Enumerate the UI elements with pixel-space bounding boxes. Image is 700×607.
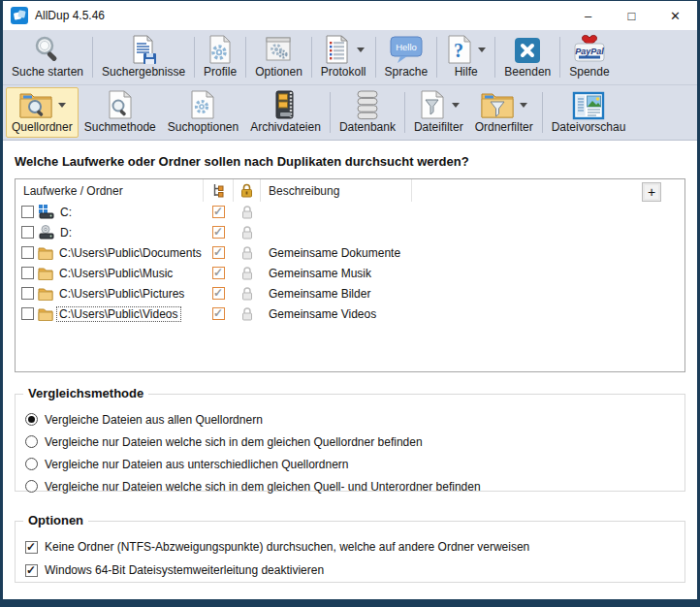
recurse-checkbox[interactable] (212, 267, 225, 279)
nav-toolbar: Quellordner Suchmethode (3, 85, 697, 141)
search-options-icon (188, 89, 217, 120)
folder-description: Gemeinsame Dokumente (261, 246, 552, 260)
source-folder-table: Laufwerke / Ordner (15, 178, 685, 372)
search-results-button[interactable]: Suchergebnisse (96, 32, 191, 82)
window-title: AllDup 4.5.46 (35, 9, 566, 22)
protocol-button[interactable]: Protokoll (315, 32, 372, 82)
exit-button[interactable]: Beenden (498, 32, 557, 82)
donate-button[interactable]: PayPal Spende (563, 32, 615, 82)
folder-icon (38, 287, 53, 301)
folder-path[interactable]: C:\Users\Public\Videos (57, 307, 180, 321)
lock-icon-gray[interactable] (241, 267, 253, 280)
column-header-recurse[interactable] (204, 179, 234, 202)
profiles-button[interactable]: Profile (198, 32, 242, 82)
radio-button[interactable] (25, 435, 38, 448)
alldup-app-icon (11, 7, 28, 24)
recurse-checkbox[interactable] (212, 246, 225, 259)
row-select-checkbox[interactable] (21, 307, 34, 320)
column-header-laufwerke-ordner[interactable]: Laufwerke / Ordner (16, 179, 204, 202)
lock-icon-gray[interactable] (241, 246, 253, 260)
add-column-button[interactable]: + (642, 182, 661, 202)
archive-zip-icon (272, 89, 300, 120)
tab-datenbank[interactable]: Datenbank (334, 87, 401, 138)
table-row[interactable]: C:\Users\Public\Music Gemeinsame Musik (16, 263, 684, 283)
tab-suchoptionen[interactable]: Suchoptionen (162, 87, 244, 138)
lock-icon-gold (240, 183, 253, 198)
tab-ordnerfilter[interactable]: Ordnerfilter (469, 87, 539, 138)
row-select-checkbox[interactable] (21, 226, 34, 239)
folder-path[interactable]: C:\Users\Public\Pictures (57, 287, 186, 301)
recurse-checkbox[interactable] (212, 307, 225, 320)
table-row[interactable]: C:\Users\Public\Videos Gemeinsame Videos (16, 304, 684, 324)
help-question-icon: ? (446, 34, 473, 65)
lock-icon-gray[interactable] (241, 226, 253, 240)
lock-icon-gray[interactable] (241, 307, 253, 321)
table-row[interactable]: D: (16, 222, 684, 242)
table-row[interactable]: C: (16, 202, 684, 222)
option-checkbox[interactable] (25, 541, 38, 554)
lock-icon-gray[interactable] (241, 206, 253, 219)
recurse-checkbox[interactable] (212, 226, 225, 239)
recurse-checkbox[interactable] (212, 206, 225, 218)
maximize-button[interactable]: □ (610, 1, 653, 30)
row-select-checkbox[interactable] (21, 287, 34, 300)
radio-button[interactable] (25, 413, 38, 426)
folder-path[interactable]: C: (58, 206, 74, 219)
speech-bubble-icon: Hello (389, 34, 424, 65)
folder-path[interactable]: C:\Users\Public\Documents (57, 246, 204, 260)
start-search-button[interactable]: Suche starten (6, 32, 89, 82)
folder-description: Gemeinsame Videos (261, 307, 552, 321)
radio-option[interactable]: Vergleiche nur Dateien welche sich in de… (25, 431, 675, 453)
table-row[interactable]: C:\Users\Public\Pictures Gemeinsame Bild… (16, 283, 684, 304)
radio-label: Vergleiche Dateien aus allen Quellordner… (45, 413, 263, 427)
folder-path[interactable]: C:\Users\Public\Music (57, 267, 175, 280)
row-select-checkbox[interactable] (21, 206, 34, 218)
radio-option[interactable]: Vergleiche Dateien aus allen Quellordner… (25, 408, 675, 431)
radio-button[interactable] (25, 458, 38, 470)
folder-filter-icon (480, 89, 515, 120)
radio-option[interactable]: Vergleiche nur Dateien welche sich in de… (25, 475, 675, 497)
column-header-lock[interactable] (234, 179, 261, 202)
tab-dateivorschau[interactable]: Dateivorschau (546, 87, 632, 138)
toolbar-separator (330, 92, 331, 133)
content-area: Welche Laufwerke oder Ordner sollen nach… (3, 141, 697, 599)
toolbar-separator (494, 37, 495, 78)
folder-description: Gemeinsame Bilder (261, 287, 552, 301)
row-select-checkbox[interactable] (21, 267, 34, 279)
minimize-button[interactable]: – (566, 1, 610, 30)
search-method-icon (106, 89, 135, 120)
folder-path[interactable]: D: (58, 226, 74, 240)
table-row[interactable]: C:\Users\Public\Documents Gemeinsame Dok… (16, 242, 684, 263)
radio-button[interactable] (25, 480, 38, 493)
folder-description: Gemeinsame Musik (261, 267, 552, 280)
paypal-heart-icon: PayPal (571, 32, 608, 65)
option-checkbox[interactable] (25, 564, 38, 577)
close-button[interactable]: ✕ (653, 1, 697, 30)
table-header: Laufwerke / Ordner (16, 179, 684, 202)
tab-dateifilter[interactable]: Dateifilter (408, 87, 469, 138)
profile-gear-page-icon (206, 34, 235, 65)
chevron-down-icon (58, 103, 66, 108)
radio-option[interactable]: Vergleiche nur Dateien aus unterschiedli… (25, 453, 675, 475)
recurse-checkbox[interactable] (212, 287, 225, 300)
tab-quellordner[interactable]: Quellordner (6, 87, 79, 138)
folder-icon (38, 246, 53, 260)
column-header-beschreibung[interactable]: Beschreibung (261, 179, 412, 202)
language-button[interactable]: Hello Sprache (379, 32, 434, 82)
options-button[interactable]: Optionen (249, 32, 308, 82)
lock-icon-gray[interactable] (241, 287, 253, 301)
window-controls: – □ ✕ (566, 1, 697, 30)
toolbar-separator (559, 37, 560, 78)
toolbar-separator (194, 37, 195, 78)
radio-label: Vergleiche nur Dateien aus unterschiedli… (45, 458, 349, 471)
chevron-down-icon (452, 103, 460, 108)
tab-suchmethode[interactable]: Suchmethode (79, 87, 162, 138)
row-select-checkbox[interactable] (21, 246, 34, 259)
drive-disc-icon (38, 225, 54, 240)
page-title: Welche Laufwerke oder Ordner sollen nach… (15, 141, 685, 169)
toolbar-separator (375, 37, 376, 78)
checkbox-option[interactable]: Windows 64-Bit Dateisystemweiterleitung … (25, 559, 675, 582)
checkbox-option[interactable]: Keine Ordner (NTFS-Abzweigungspunkte) du… (25, 535, 675, 559)
tab-archivdateien[interactable]: Archivdateien (244, 87, 327, 138)
help-button[interactable]: ? Hilfe (440, 32, 492, 82)
